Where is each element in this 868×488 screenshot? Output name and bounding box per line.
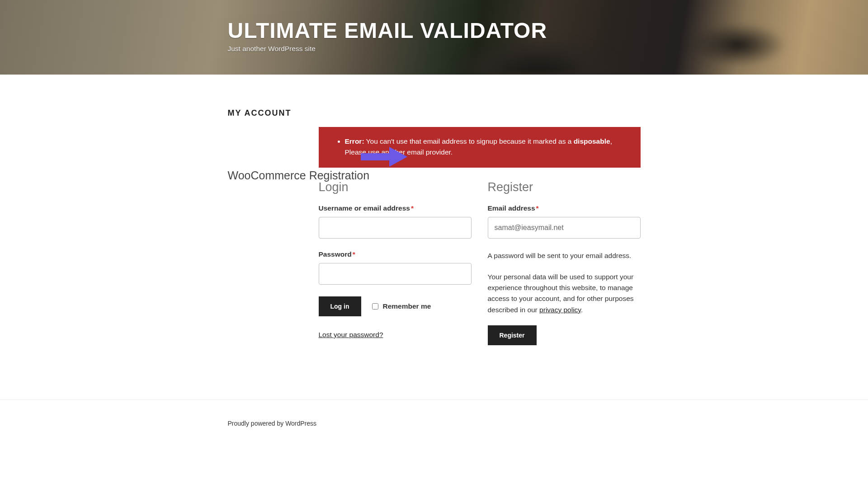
email-label: Email address* — [488, 204, 641, 212]
password-label: Password* — [319, 250, 472, 258]
login-heading: Login — [319, 180, 472, 194]
register-heading: Register — [488, 180, 641, 194]
login-form: Login Username or email address* Passwor… — [319, 180, 472, 345]
site-tagline: Just another WordPress site — [228, 45, 641, 53]
error-label: Error: — [345, 137, 364, 145]
register-form: Register Email address* A password will … — [488, 180, 641, 345]
footer-text: Proudly powered by WordPress — [228, 420, 641, 427]
annotation-label: WooCommerce Registration — [228, 169, 370, 182]
header-banner: ULTIMATE EMAIL VALIDATOR Just another Wo… — [0, 0, 868, 75]
site-title: ULTIMATE EMAIL VALIDATOR — [228, 18, 641, 43]
remember-checkbox[interactable] — [372, 303, 378, 310]
footer: Proudly powered by WordPress — [0, 399, 868, 447]
privacy-text: Your personal data will be used to suppo… — [488, 272, 641, 316]
privacy-policy-link[interactable]: privacy policy — [539, 306, 581, 314]
error-bold-word: disposable — [574, 137, 610, 145]
login-button[interactable]: Log in — [319, 296, 361, 316]
lost-password-link[interactable]: Lost your password? — [319, 331, 383, 338]
remember-me[interactable]: Remember me — [372, 302, 431, 310]
page-title: MY ACCOUNT — [228, 108, 641, 118]
username-label: Username or email address* — [319, 204, 472, 212]
username-input[interactable] — [319, 217, 472, 239]
arrow-right-icon — [361, 147, 407, 167]
password-note: A password will be sent to your email ad… — [488, 250, 641, 261]
email-field[interactable] — [488, 217, 641, 239]
remember-label: Remember me — [383, 302, 431, 310]
register-button[interactable]: Register — [488, 325, 537, 345]
password-input[interactable] — [319, 263, 472, 285]
